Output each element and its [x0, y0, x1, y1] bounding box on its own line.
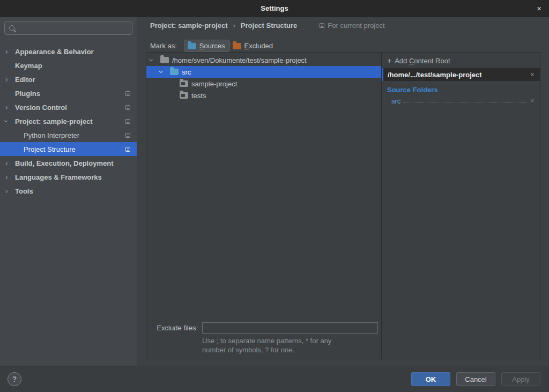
- breadcrumb: Project: sample-project › Project Struct…: [150, 21, 385, 29]
- remove-source-folder-icon[interactable]: ×: [529, 97, 536, 105]
- source-folder-entry[interactable]: src ×: [382, 95, 540, 105]
- dialog-footer: ? OK Cancel Apply: [0, 366, 549, 392]
- settings-main-area: Project: sample-project › Project Struct…: [137, 17, 549, 366]
- settings-sidebar: Appearance & Behavior Keymap Editor Plug…: [0, 17, 137, 366]
- dialog-buttons: OK Cancel Apply: [411, 372, 540, 386]
- sidebar-list: Appearance & Behavior Keymap Editor Plug…: [0, 39, 137, 198]
- content-root-entry[interactable]: /home/.../test/sample-project ×: [382, 68, 540, 81]
- folder-icon: [180, 80, 188, 87]
- remove-content-root-icon[interactable]: ×: [529, 70, 536, 79]
- sidebar-item-appearance-behavior[interactable]: Appearance & Behavior: [0, 45, 137, 58]
- sidebar-item-project-sample-project[interactable]: Project: sample-project: [0, 114, 137, 128]
- close-icon[interactable]: ×: [535, 0, 544, 17]
- project-scope-icon: [125, 119, 130, 124]
- sidebar-item-project-structure[interactable]: Project Structure: [0, 142, 137, 156]
- search-box[interactable]: [4, 21, 132, 35]
- tree-row-src[interactable]: src: [146, 66, 381, 78]
- project-scope-icon: [125, 133, 130, 138]
- plus-icon: +: [387, 56, 391, 65]
- structure-panels: /home/sven/Dokumente/test/sample-project…: [146, 52, 540, 359]
- source-folders-heading: Source Folders: [382, 81, 540, 95]
- exclude-files-input[interactable]: [202, 322, 378, 334]
- folder-icon: [180, 92, 188, 99]
- project-scope-icon: [125, 105, 130, 110]
- breadcrumb-page: Project Structure: [241, 21, 297, 29]
- chevron-right-icon: [5, 48, 15, 55]
- mark-excluded-button[interactable]: Excluded: [229, 40, 277, 51]
- sidebar-item-languages-frameworks[interactable]: Languages & Frameworks: [0, 170, 137, 184]
- sidebar-item-python-interpreter[interactable]: Python Interpreter: [0, 128, 137, 142]
- content-root-detail-panel: + Add Content Root /home/.../test/sample…: [382, 53, 540, 359]
- chevron-down-icon[interactable]: [160, 68, 170, 76]
- dotted-leader: [403, 102, 526, 103]
- project-scope-icon: [125, 147, 130, 152]
- sidebar-item-keymap[interactable]: Keymap: [0, 58, 137, 72]
- excluded-folder-icon: [233, 43, 241, 49]
- breadcrumb-project: Project: sample-project: [150, 21, 228, 29]
- chevron-right-icon: [5, 159, 15, 167]
- chevron-down-icon: [5, 117, 15, 125]
- chevron-right-icon: [5, 173, 15, 181]
- source-folder-name: src: [391, 97, 400, 105]
- project-scope-icon: [320, 23, 324, 28]
- sidebar-item-version-control[interactable]: Version Control: [0, 100, 137, 114]
- apply-button[interactable]: Apply: [501, 372, 540, 386]
- source-folder-icon: [170, 69, 179, 75]
- search-icon: [9, 25, 14, 31]
- mark-sources-button[interactable]: Sources: [184, 40, 229, 51]
- cancel-button[interactable]: Cancel: [456, 372, 495, 386]
- search-input[interactable]: [18, 24, 132, 32]
- help-button[interactable]: ?: [8, 372, 21, 386]
- project-scope-icon: [125, 91, 130, 96]
- tree-row-content-root[interactable]: /home/sven/Dokumente/test/sample-project: [146, 54, 381, 66]
- chevron-right-icon: [5, 76, 15, 83]
- chevron-right-icon: [5, 187, 15, 195]
- exclude-files-label: Exclude files:: [146, 324, 198, 332]
- ok-button[interactable]: OK: [411, 372, 450, 386]
- chevron-down-icon[interactable]: [151, 56, 160, 64]
- exclude-files-row: Exclude files:: [146, 322, 378, 334]
- add-content-root-button[interactable]: + Add Content Root: [382, 56, 540, 68]
- dialog-titlebar: Settings ×: [0, 0, 549, 17]
- sources-folder-icon: [188, 43, 196, 49]
- sidebar-item-build-execution-deployment[interactable]: Build, Execution, Deployment: [0, 156, 137, 170]
- sidebar-item-editor[interactable]: Editor: [0, 72, 137, 86]
- exclude-files-hint: Use ; to separate name patterns, * for a…: [202, 336, 331, 354]
- dialog-title: Settings: [261, 4, 288, 12]
- content-root-tree: /home/sven/Dokumente/test/sample-project…: [146, 53, 382, 359]
- sidebar-item-plugins[interactable]: Plugins: [0, 86, 137, 100]
- tree-row-tests[interactable]: tests: [146, 90, 381, 101]
- content-root-path: /home/.../test/sample-project: [388, 71, 482, 79]
- scope-note: For current project: [320, 21, 384, 29]
- breadcrumb-separator-icon: ›: [233, 21, 235, 29]
- sidebar-item-tools[interactable]: Tools: [0, 184, 137, 198]
- chevron-right-icon: [5, 103, 15, 111]
- folder-icon: [160, 57, 169, 63]
- tree-row-sample-project[interactable]: sample-project: [146, 78, 381, 90]
- mark-as-label: Mark as:: [150, 42, 177, 50]
- mark-as-toolbar: Mark as: Sources Excluded: [150, 40, 277, 51]
